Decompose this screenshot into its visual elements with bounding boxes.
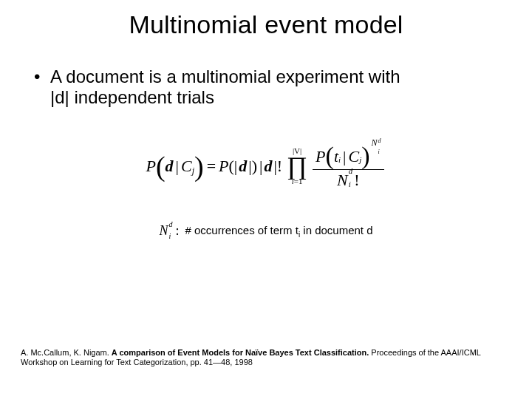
formula-equals: = <box>207 157 216 176</box>
num-exp-sup: d <box>378 138 381 143</box>
formula-P-len: P <box>219 157 228 176</box>
citation-authors: A. Mc.Callum, K. Nigam. <box>21 348 112 357</box>
bullet-block: • A document is a multinomial experiment… <box>34 66 499 109</box>
formula-P-lhs: P <box>146 157 155 176</box>
slide-title: Multinomial event model <box>0 10 532 39</box>
paren-close-icon: ) <box>194 154 204 179</box>
num-C: C <box>348 148 359 165</box>
num-paren-open-icon: ( <box>326 145 334 168</box>
num-bar: | <box>343 148 346 165</box>
formula-C-lhs: C <box>181 157 192 176</box>
bullet-marker-icon: • <box>34 66 50 109</box>
den-N: N <box>337 171 348 188</box>
num-t-sub: i <box>338 156 341 165</box>
den-bang: ! <box>354 171 359 188</box>
formula-fact-open: | <box>259 157 262 176</box>
product-symbol-icon: ∏ <box>287 154 307 179</box>
legend-colon: : <box>175 223 179 239</box>
den-sup: d <box>349 168 353 175</box>
legend-text-after: in document d <box>300 224 372 236</box>
slide: Multinomial event model • A document is … <box>0 0 532 399</box>
formula-plen-d: d <box>239 157 247 176</box>
bullet-item: • A document is a multinomial experiment… <box>34 66 499 109</box>
fraction-denominator: N d i ! <box>334 171 363 189</box>
num-P: P <box>316 148 325 165</box>
bullet-text: A document is a multinomial experiment w… <box>50 66 499 109</box>
formula-d-lhs: d <box>166 157 174 176</box>
legend-N: N <box>159 223 168 239</box>
paren-open-icon: ( <box>156 154 166 179</box>
legend-row: N d i : # occurrences of term ti in docu… <box>0 223 532 239</box>
bullet-line-2: |d| independent trials <box>50 87 214 107</box>
citation: A. Mc.Callum, K. Nigam. A comparison of … <box>21 348 511 369</box>
num-exp-N: N <box>372 137 378 148</box>
formula-plen-close: |) <box>248 157 257 176</box>
citation-title: A comparison of Event Models for Naïve B… <box>112 348 369 357</box>
legend-symbol: N d i : <box>159 223 179 239</box>
den-sub: i <box>349 181 353 188</box>
legend-sup: d <box>168 221 172 228</box>
fraction: P ( t i | C j ) N d i <box>313 144 383 189</box>
formula-bar-lhs: | <box>176 157 179 176</box>
formula-fact-bang: ! <box>277 157 282 176</box>
legend-text-before: # occurrences of term t <box>185 224 298 236</box>
num-exponent: N d i <box>372 139 381 153</box>
formula: P ( d | C j ) = P (| d |) | d | ! |V| ∏ … <box>0 144 532 189</box>
legend-sub: i <box>168 233 172 239</box>
num-paren-close-icon: ) <box>361 145 369 168</box>
formula-plen-open: (| <box>229 157 238 176</box>
product-operator: |V| ∏ i=1 <box>287 147 307 185</box>
legend-text: # occurrences of term ti in document d <box>185 224 372 239</box>
formula-fact-d: d <box>264 157 272 176</box>
num-exp-sub: i <box>378 149 381 154</box>
fraction-numerator: P ( t i | C j ) N d i <box>313 144 383 168</box>
bullet-line-1: A document is a multinomial experiment w… <box>50 66 400 86</box>
